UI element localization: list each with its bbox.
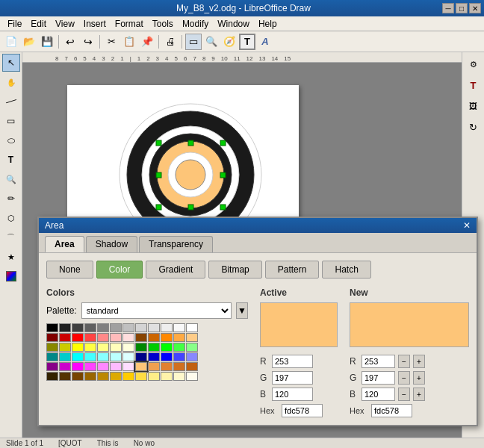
color-cell[interactable] bbox=[161, 343, 173, 352]
r-minus-button[interactable]: − bbox=[398, 355, 410, 368]
pencil-tool[interactable]: ✏ bbox=[2, 190, 20, 208]
color-cell[interactable] bbox=[122, 333, 134, 342]
color-cell[interactable] bbox=[72, 362, 84, 371]
color-cell[interactable] bbox=[135, 372, 147, 381]
select-button[interactable]: ▭ bbox=[185, 34, 202, 50]
color-cell[interactable] bbox=[97, 372, 109, 381]
color-cell[interactable] bbox=[84, 343, 96, 352]
menu-help[interactable]: Help bbox=[254, 17, 282, 31]
g-plus-button[interactable]: + bbox=[413, 371, 425, 385]
b-input-new[interactable] bbox=[362, 388, 395, 401]
menu-window[interactable]: Window bbox=[213, 17, 254, 31]
pattern-button[interactable]: Pattern bbox=[265, 261, 320, 279]
color-cell[interactable] bbox=[173, 372, 185, 381]
color-cell[interactable] bbox=[110, 362, 122, 371]
polygon-tool[interactable]: ⬡ bbox=[2, 209, 20, 227]
undo-button[interactable]: ↩ bbox=[62, 34, 78, 50]
text-tool[interactable]: T bbox=[2, 151, 20, 169]
color-cell[interactable] bbox=[161, 352, 173, 361]
color-cell[interactable] bbox=[161, 362, 173, 371]
color-cell[interactable] bbox=[148, 323, 160, 332]
color-cell[interactable] bbox=[72, 323, 84, 332]
color-cell[interactable] bbox=[122, 323, 134, 332]
color-cell[interactable] bbox=[84, 333, 96, 342]
color-cell[interactable] bbox=[135, 333, 147, 342]
color-cell[interactable] bbox=[84, 352, 96, 361]
color-cell[interactable] bbox=[135, 343, 147, 352]
color-cell[interactable] bbox=[148, 352, 160, 361]
tab-transparency[interactable]: Transparency bbox=[139, 236, 213, 252]
color-cell[interactable] bbox=[148, 343, 160, 352]
color-cell-selected[interactable] bbox=[135, 362, 147, 371]
color-cell[interactable] bbox=[84, 372, 96, 381]
color-cell[interactable] bbox=[186, 362, 198, 371]
color-cell[interactable] bbox=[72, 372, 84, 381]
color-cell[interactable] bbox=[186, 372, 198, 381]
color-cell[interactable] bbox=[59, 372, 71, 381]
color-cell[interactable] bbox=[46, 333, 58, 342]
color-cell[interactable] bbox=[173, 323, 185, 332]
color-tool[interactable] bbox=[2, 267, 20, 285]
tab-area[interactable]: Area bbox=[45, 236, 84, 252]
connector-tool[interactable]: ⌒ bbox=[2, 228, 20, 246]
zoom-tool[interactable]: 🔍 bbox=[2, 170, 20, 188]
color-cell[interactable] bbox=[161, 333, 173, 342]
g-input-new[interactable] bbox=[362, 371, 395, 385]
color-cell[interactable] bbox=[122, 372, 134, 381]
color-cell[interactable] bbox=[148, 372, 160, 381]
b-plus-button[interactable]: + bbox=[413, 388, 425, 401]
color-cell[interactable] bbox=[46, 372, 58, 381]
tab-shadow[interactable]: Shadow bbox=[86, 236, 137, 252]
print-button[interactable]: 🖨 bbox=[162, 34, 179, 50]
menu-modify[interactable]: Modify bbox=[178, 17, 213, 31]
color-cell[interactable] bbox=[46, 343, 58, 352]
menu-view[interactable]: View bbox=[51, 17, 79, 31]
color-cell[interactable] bbox=[161, 372, 173, 381]
color-cell[interactable] bbox=[97, 362, 109, 371]
cut-button[interactable]: ✂ bbox=[103, 34, 120, 50]
hex-input-new[interactable] bbox=[371, 404, 412, 417]
color-cell[interactable] bbox=[59, 362, 71, 371]
color-cell[interactable] bbox=[110, 333, 122, 342]
hex-input-active[interactable] bbox=[282, 404, 323, 417]
text-format-tool[interactable]: T bbox=[465, 76, 483, 94]
bitmap-button[interactable]: Bitmap bbox=[208, 261, 261, 279]
color-cell[interactable] bbox=[173, 352, 185, 361]
symbol-tool[interactable]: ★ bbox=[2, 248, 20, 266]
color-cell[interactable] bbox=[186, 333, 198, 342]
color-cell[interactable] bbox=[84, 323, 96, 332]
select-tool[interactable]: ↖ bbox=[2, 54, 20, 72]
color-cell[interactable] bbox=[122, 352, 134, 361]
color-cell[interactable] bbox=[186, 343, 198, 352]
paste-button[interactable]: 📌 bbox=[139, 34, 155, 50]
redo-button[interactable]: ↪ bbox=[80, 34, 96, 50]
r-input-active[interactable] bbox=[272, 355, 313, 368]
dialog-close-icon[interactable]: ✕ bbox=[463, 220, 471, 231]
minimize-button[interactable]: ─ bbox=[442, 3, 454, 13]
color-cell[interactable] bbox=[59, 352, 71, 361]
color-cell[interactable] bbox=[135, 323, 147, 332]
hatch-button[interactable]: Hatch bbox=[322, 261, 370, 279]
gradient-button[interactable]: Gradient bbox=[146, 261, 205, 279]
insert-image-tool[interactable]: 🖼 bbox=[465, 97, 483, 115]
copy-button[interactable]: 📋 bbox=[121, 34, 137, 50]
color-cell[interactable] bbox=[173, 333, 185, 342]
none-button[interactable]: None bbox=[46, 261, 93, 279]
color-cell[interactable] bbox=[186, 352, 198, 361]
color-button[interactable]: Color bbox=[96, 261, 143, 279]
b-minus-button[interactable]: − bbox=[398, 388, 410, 401]
color-cell[interactable] bbox=[148, 333, 160, 342]
menu-edit[interactable]: Edit bbox=[26, 17, 51, 31]
color-cell[interactable] bbox=[110, 343, 122, 352]
color-cell[interactable] bbox=[135, 352, 147, 361]
menu-insert[interactable]: Insert bbox=[79, 17, 111, 31]
color-cell[interactable] bbox=[110, 323, 122, 332]
new-button[interactable]: 📄 bbox=[3, 34, 19, 50]
g-input-active[interactable] bbox=[272, 371, 313, 385]
line-tool[interactable]: ╱ bbox=[0, 89, 23, 114]
color-cell[interactable] bbox=[97, 323, 109, 332]
color-cell[interactable] bbox=[161, 323, 173, 332]
palette-select[interactable]: standard bbox=[81, 302, 232, 319]
r-plus-button[interactable]: + bbox=[413, 355, 425, 368]
save-button[interactable]: 💾 bbox=[39, 34, 55, 50]
